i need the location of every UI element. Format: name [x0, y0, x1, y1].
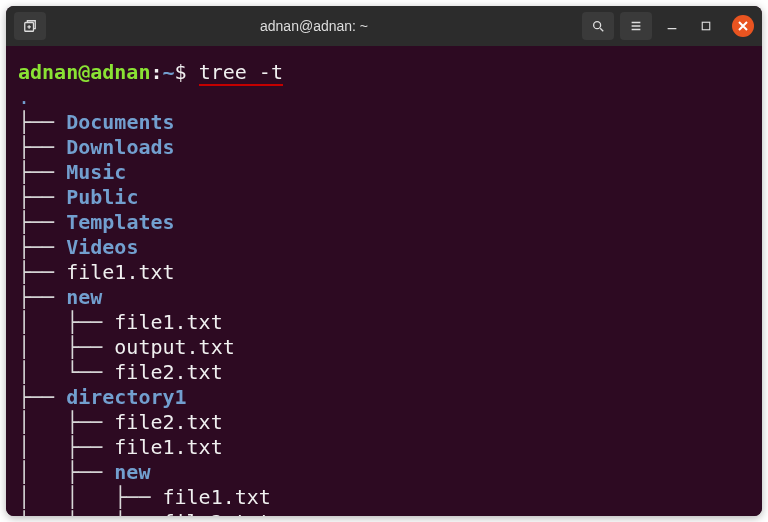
tree-file: output.txt	[114, 335, 234, 359]
tree-branch: │ │ ├──	[18, 485, 163, 509]
tree-branch: ├──	[18, 160, 66, 184]
tree-dir: Public	[66, 185, 138, 209]
tree-dir: Videos	[66, 235, 138, 259]
tree-dir: Downloads	[66, 135, 174, 159]
tree-line: │ ├── file2.txt	[18, 410, 750, 435]
tree-line: │ └── file2.txt	[18, 360, 750, 385]
tree-file: file2.txt	[114, 360, 222, 384]
tree-line: ├── Templates	[18, 210, 750, 235]
tree-file: file1.txt	[114, 435, 222, 459]
tree-file: file2.txt	[163, 510, 271, 516]
tree-branch: │ ├──	[18, 435, 114, 459]
tree-dir: Templates	[66, 210, 174, 234]
window-title: adnan@adnan: ~	[54, 18, 574, 34]
prompt-user: adnan@adnan	[18, 60, 150, 84]
svg-point-1	[594, 22, 601, 29]
tree-file: file1.txt	[114, 310, 222, 334]
tree-branch: │ ├──	[18, 460, 114, 484]
tree-branch: ├──	[18, 260, 66, 284]
prompt-path: ~	[163, 60, 175, 84]
prompt-line: adnan@adnan:~$ tree -t	[18, 60, 750, 85]
titlebar-right	[582, 12, 754, 40]
prompt-symbol: $	[175, 60, 187, 84]
tree-dir: directory1	[66, 385, 186, 409]
tree-line: │ ├── output.txt	[18, 335, 750, 360]
tree-root: .	[18, 85, 750, 110]
tree-line: │ ├── file1.txt	[18, 435, 750, 460]
new-tab-button[interactable]	[14, 12, 46, 40]
minimize-button[interactable]	[658, 12, 686, 40]
tree-branch: ├──	[18, 235, 66, 259]
terminal-body[interactable]: adnan@adnan:~$ tree -t . ├── Documents├─…	[6, 46, 762, 516]
svg-rect-2	[702, 22, 710, 30]
tree-branch: │ ├──	[18, 335, 114, 359]
tree-file: file1.txt	[66, 260, 174, 284]
tree-branch: ├──	[18, 110, 66, 134]
tree-dir: new	[114, 460, 150, 484]
menu-button[interactable]	[620, 12, 652, 40]
tree-line: ├── Documents	[18, 110, 750, 135]
tree-line: ├── Public	[18, 185, 750, 210]
tree-dir: Documents	[66, 110, 174, 134]
tree-line: │ ├── new	[18, 460, 750, 485]
close-button[interactable]	[732, 15, 754, 37]
tree-line: ├── Downloads	[18, 135, 750, 160]
search-button[interactable]	[582, 12, 614, 40]
tree-line: │ │ ├── file1.txt	[18, 485, 750, 510]
tree-output: ├── Documents├── Downloads├── Music├── P…	[18, 110, 750, 516]
tree-dir: new	[66, 285, 102, 309]
tree-branch: ├──	[18, 185, 66, 209]
tree-line: │ ├── file1.txt	[18, 310, 750, 335]
tree-branch: ├──	[18, 385, 66, 409]
tree-branch: ├──	[18, 210, 66, 234]
tree-line: ├── directory1	[18, 385, 750, 410]
command-text: tree -t	[199, 60, 283, 86]
tree-line: │ │ ├── file2.txt	[18, 510, 750, 516]
terminal-window: adnan@adnan: ~ adnan@adnan:~$ tree -t . …	[6, 6, 762, 516]
maximize-button[interactable]	[692, 12, 720, 40]
tree-branch: │ └──	[18, 360, 114, 384]
tree-line: ├── new	[18, 285, 750, 310]
title-bar: adnan@adnan: ~	[6, 6, 762, 46]
tree-branch: │ ├──	[18, 410, 114, 434]
tree-branch: ├──	[18, 285, 66, 309]
tree-branch: │ │ ├──	[18, 510, 163, 516]
tree-branch: ├──	[18, 135, 66, 159]
tree-line: ├── Videos	[18, 235, 750, 260]
tree-line: ├── Music	[18, 160, 750, 185]
tree-file: file1.txt	[163, 485, 271, 509]
tree-branch: │ ├──	[18, 310, 114, 334]
tree-dir: Music	[66, 160, 126, 184]
tree-line: ├── file1.txt	[18, 260, 750, 285]
tree-file: file2.txt	[114, 410, 222, 434]
